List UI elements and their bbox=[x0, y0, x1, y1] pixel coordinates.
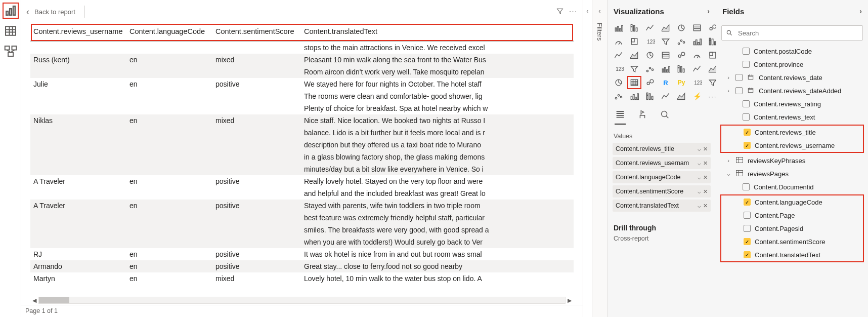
viz-type-icon[interactable] bbox=[613, 91, 625, 102]
viz-type-icon[interactable] bbox=[660, 36, 672, 47]
table-row[interactable]: mRJenpositiveIt was ok hotel is nice fro… bbox=[30, 248, 574, 260]
field-row[interactable]: Content.Pagesid bbox=[720, 222, 864, 235]
table-row[interactable]: Russ (kent)enmixedPleasant 10 min walk a… bbox=[30, 54, 574, 66]
viz-type-icon[interactable] bbox=[628, 36, 640, 47]
field-row[interactable]: ›Content.reviews_date bbox=[719, 71, 865, 84]
field-checkbox[interactable] bbox=[744, 225, 751, 232]
viz-type-icon[interactable]: R bbox=[660, 77, 672, 88]
table-row[interactable]: stops to the main attractions in Venice.… bbox=[30, 42, 574, 54]
viz-type-icon[interactable] bbox=[675, 22, 687, 33]
viz-type-icon[interactable] bbox=[675, 36, 687, 47]
table-row[interactable]: NiklasenmixedNice staff. Nice location. … bbox=[30, 114, 574, 127]
field-row[interactable]: ✓Content.translatedText bbox=[720, 248, 864, 261]
field-row[interactable]: ✓Content.reviews_username bbox=[720, 139, 864, 152]
viz-type-icon[interactable] bbox=[644, 22, 656, 33]
table-row[interactable]: A TravelerenpositiveReally lovely hotel.… bbox=[30, 175, 574, 187]
table-row[interactable]: JulieenpositiveWe stayed here for four n… bbox=[30, 78, 574, 90]
viz-type-icon[interactable] bbox=[613, 77, 625, 88]
field-checkbox[interactable] bbox=[735, 87, 743, 94]
chevron-right-icon[interactable]: › bbox=[859, 7, 862, 15]
table-row[interactable]: in a glass blowing factory shop, the gla… bbox=[30, 151, 574, 163]
field-checkbox[interactable]: ✓ bbox=[744, 238, 751, 245]
field-checkbox[interactable] bbox=[743, 100, 750, 107]
field-row[interactable]: Content.postalCode bbox=[719, 45, 865, 58]
horizontal-scrollbar[interactable]: ◀ ▶ bbox=[30, 296, 574, 305]
viz-type-icon[interactable] bbox=[613, 50, 625, 61]
field-row[interactable]: Content.Documentid bbox=[719, 180, 865, 193]
col-header-language[interactable]: Content.languageCode bbox=[129, 27, 215, 35]
viz-type-icon[interactable] bbox=[628, 91, 640, 102]
chevron-down-icon[interactable]: ⌵ bbox=[698, 146, 701, 152]
chevron-right-icon[interactable]: › bbox=[707, 7, 710, 15]
field-checkbox[interactable] bbox=[744, 212, 751, 219]
remove-icon[interactable]: ✕ bbox=[703, 146, 708, 152]
field-row[interactable]: Content.reviews_rating bbox=[719, 97, 865, 110]
field-checkbox[interactable] bbox=[743, 48, 750, 55]
viz-type-icon[interactable] bbox=[644, 91, 656, 102]
remove-icon[interactable]: ✕ bbox=[703, 160, 708, 167]
table-row[interactable]: The rooms were clean and comfortable- go… bbox=[30, 90, 574, 102]
table-row[interactable]: balance. Lido is a bit further but it fe… bbox=[30, 127, 574, 139]
col-header-username[interactable]: Content.reviews_username bbox=[33, 27, 129, 35]
viz-type-icon[interactable] bbox=[675, 91, 687, 102]
viz-type-icon[interactable] bbox=[691, 22, 703, 33]
chevron-down-icon[interactable]: ⌵ bbox=[698, 160, 701, 167]
viz-type-icon[interactable] bbox=[675, 63, 687, 74]
field-well-item[interactable]: Content.reviews_usernam⌵✕ bbox=[613, 157, 711, 169]
remove-icon[interactable]: ✕ bbox=[703, 174, 708, 181]
viz-type-icon[interactable] bbox=[675, 50, 687, 61]
expand-icon[interactable]: › bbox=[725, 157, 731, 164]
field-well-item[interactable]: Content.languageCode⌵✕ bbox=[613, 171, 711, 183]
field-row[interactable]: Content.Page bbox=[720, 209, 864, 222]
viz-type-icon[interactable] bbox=[644, 63, 656, 74]
field-row[interactable]: Content.reviews_text bbox=[719, 110, 865, 124]
table-row[interactable]: and helpful and the included breakfast w… bbox=[30, 187, 574, 200]
scroll-left-arrow[interactable]: ◀ bbox=[30, 297, 38, 304]
field-checkbox[interactable]: ✓ bbox=[744, 199, 751, 206]
table-row[interactable]: Room aircon didn't work very well. Take … bbox=[30, 66, 574, 78]
field-checkbox[interactable]: ✓ bbox=[744, 251, 751, 258]
field-row[interactable]: ⌵reviewsPages bbox=[719, 167, 865, 180]
col-header-translated[interactable]: Content.translatedText bbox=[304, 27, 571, 35]
table-row[interactable]: best feature was extremely friendly help… bbox=[30, 212, 574, 224]
table-row[interactable]: minutes/day but a bit slow like everywhe… bbox=[30, 163, 574, 175]
table-row[interactable]: ArmandoenpositiveGreat stay... close to … bbox=[30, 260, 574, 272]
viz-type-icon[interactable] bbox=[628, 63, 640, 74]
analytics-tab-icon[interactable] bbox=[659, 109, 670, 125]
expand-icon[interactable]: › bbox=[725, 74, 731, 81]
field-checkbox[interactable] bbox=[743, 113, 750, 121]
more-options-icon[interactable]: ··· bbox=[569, 7, 578, 17]
viz-type-icon[interactable]: ⚡ bbox=[691, 91, 703, 102]
viz-type-icon[interactable] bbox=[660, 91, 672, 102]
field-well-item[interactable]: Content.translatedText⌵✕ bbox=[613, 200, 711, 212]
data-view-button[interactable] bbox=[3, 23, 18, 38]
viz-type-icon[interactable] bbox=[628, 50, 640, 61]
scroll-right-arrow[interactable]: ▶ bbox=[566, 297, 574, 304]
viz-type-icon[interactable] bbox=[613, 36, 625, 47]
field-checkbox[interactable] bbox=[735, 74, 743, 81]
filters-pane-collapsed[interactable]: ‹ Filters bbox=[592, 0, 607, 317]
field-well-item[interactable]: Content.reviews_title⌵✕ bbox=[613, 143, 711, 155]
viz-type-icon[interactable] bbox=[691, 50, 703, 61]
viz-type-icon[interactable]: 123 bbox=[691, 77, 703, 88]
viz-type-icon[interactable]: 123 bbox=[644, 36, 656, 47]
col-header-sentiment[interactable]: Content.sentimentScore bbox=[215, 27, 304, 35]
viz-type-icon[interactable] bbox=[613, 22, 625, 33]
panel-collapse-handle[interactable]: ‹ bbox=[583, 0, 592, 317]
viz-type-icon[interactable]: Py bbox=[675, 77, 687, 88]
field-checkbox[interactable] bbox=[743, 183, 750, 190]
expand-icon[interactable]: ⌵ bbox=[725, 171, 731, 177]
viz-type-icon[interactable] bbox=[691, 36, 703, 47]
fields-search-box[interactable] bbox=[721, 25, 863, 41]
field-row[interactable]: Content.province bbox=[719, 58, 865, 71]
remove-icon[interactable]: ✕ bbox=[703, 203, 708, 209]
back-to-report-button[interactable]: ‹ Back to report bbox=[26, 7, 75, 17]
field-well-item[interactable]: Content.sentimentScore⌵✕ bbox=[613, 185, 711, 197]
chevron-down-icon[interactable]: ⌵ bbox=[698, 203, 701, 209]
viz-type-icon[interactable] bbox=[644, 50, 656, 61]
remove-icon[interactable]: ✕ bbox=[703, 188, 708, 195]
chevron-down-icon[interactable]: ⌵ bbox=[698, 188, 701, 195]
viz-type-icon[interactable] bbox=[660, 22, 672, 33]
viz-type-icon[interactable] bbox=[644, 77, 656, 88]
field-checkbox[interactable]: ✓ bbox=[744, 142, 751, 149]
